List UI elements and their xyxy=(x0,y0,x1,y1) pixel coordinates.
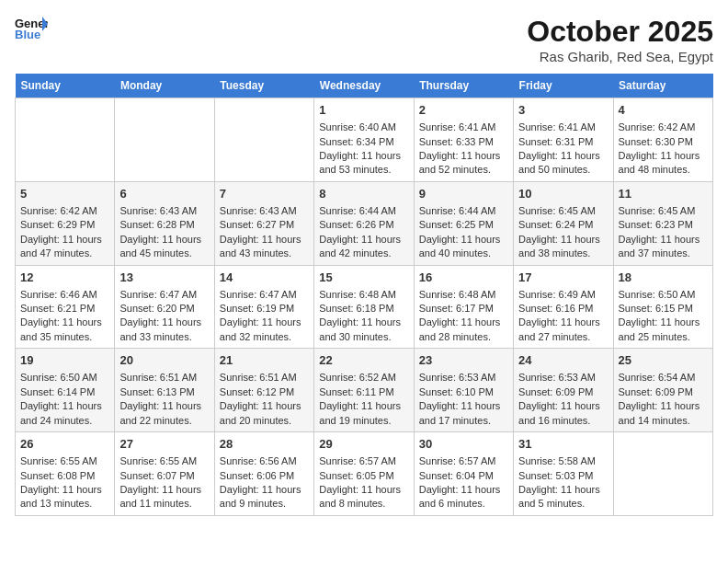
calendar-week-1: 1Sunrise: 6:40 AMSunset: 6:34 PMDaylight… xyxy=(16,98,713,182)
day-info-line: Daylight: 11 hours xyxy=(20,399,109,413)
day-info-line: and 8 minutes. xyxy=(319,497,408,511)
day-info-line: Daylight: 11 hours xyxy=(619,316,708,329)
weekday-header-tuesday: Tuesday xyxy=(214,74,313,98)
day-info-line: Daylight: 11 hours xyxy=(20,233,109,247)
day-info-line: Daylight: 11 hours xyxy=(20,316,109,329)
day-number: 13 xyxy=(119,270,209,286)
day-info-line: Sunrise: 6:47 AM xyxy=(119,288,209,302)
day-number: 9 xyxy=(419,186,508,202)
day-info-line: Sunrise: 6:50 AM xyxy=(20,371,109,385)
day-info-line: Daylight: 11 hours xyxy=(220,316,309,329)
calendar-week-5: 26Sunrise: 6:55 AMSunset: 6:08 PMDayligh… xyxy=(16,432,713,516)
day-info-line: Daylight: 11 hours xyxy=(518,399,608,413)
day-info-line: Sunrise: 6:42 AM xyxy=(20,204,109,218)
day-number: 26 xyxy=(20,436,109,453)
calendar-cell: 18Sunrise: 6:50 AMSunset: 6:15 PMDayligh… xyxy=(613,265,712,349)
calendar-cell: 13Sunrise: 6:47 AMSunset: 6:20 PMDayligh… xyxy=(115,265,214,349)
day-info-line: and 40 minutes. xyxy=(419,247,508,260)
day-info-line: Sunrise: 6:44 AM xyxy=(419,204,508,218)
calendar-table: SundayMondayTuesdayWednesdayThursdayFrid… xyxy=(15,74,713,516)
day-info-line: Sunset: 6:27 PM xyxy=(220,218,309,232)
day-info-line: Sunset: 6:12 PM xyxy=(220,385,309,399)
day-number: 5 xyxy=(20,186,109,202)
calendar-week-4: 19Sunrise: 6:50 AMSunset: 6:14 PMDayligh… xyxy=(16,349,713,432)
day-info-line: and 53 minutes. xyxy=(319,163,408,177)
logo-icon: General Blue xyxy=(15,15,48,40)
day-number: 11 xyxy=(619,186,708,202)
day-info-line: and 52 minutes. xyxy=(419,163,508,177)
day-info-line: Daylight: 11 hours xyxy=(319,149,408,163)
calendar-cell: 20Sunrise: 6:51 AMSunset: 6:13 PMDayligh… xyxy=(115,349,214,432)
calendar-cell: 30Sunrise: 6:57 AMSunset: 6:04 PMDayligh… xyxy=(414,432,513,516)
day-info-line: Sunrise: 6:45 AM xyxy=(518,204,608,218)
day-info-line: Sunset: 6:14 PM xyxy=(20,385,109,399)
day-info-line: Daylight: 11 hours xyxy=(319,399,408,413)
day-info-line: Daylight: 11 hours xyxy=(20,483,109,497)
day-info-line: Sunrise: 6:53 AM xyxy=(518,371,608,385)
day-info-line: Sunrise: 6:41 AM xyxy=(419,121,508,134)
day-info-line: Sunset: 6:33 PM xyxy=(419,135,508,149)
day-info-line: Daylight: 11 hours xyxy=(619,149,708,163)
calendar-cell: 14Sunrise: 6:47 AMSunset: 6:19 PMDayligh… xyxy=(214,265,313,349)
calendar-cell: 3Sunrise: 6:41 AMSunset: 6:31 PMDaylight… xyxy=(514,98,613,182)
day-info-line: and 9 minutes. xyxy=(220,497,309,511)
calendar-cell: 1Sunrise: 6:40 AMSunset: 6:34 PMDaylight… xyxy=(314,98,414,182)
day-info-line: Sunrise: 6:44 AM xyxy=(319,204,408,218)
day-info-line: Sunset: 6:13 PM xyxy=(119,385,209,399)
day-info-line: Daylight: 11 hours xyxy=(319,316,408,329)
day-info-line: Daylight: 11 hours xyxy=(518,233,608,247)
day-number: 18 xyxy=(619,270,708,286)
day-info-line: and 25 minutes. xyxy=(619,330,708,344)
day-number: 16 xyxy=(419,270,508,286)
calendar-cell: 11Sunrise: 6:45 AMSunset: 6:23 PMDayligh… xyxy=(613,181,712,265)
day-number: 17 xyxy=(518,270,608,286)
day-info-line: and 14 minutes. xyxy=(619,414,708,428)
day-info-line: Sunset: 5:03 PM xyxy=(518,469,608,483)
day-info-line: Daylight: 11 hours xyxy=(419,399,508,413)
day-info-line: Sunrise: 6:49 AM xyxy=(518,288,608,302)
day-info-line: Sunrise: 6:48 AM xyxy=(419,288,508,302)
day-info-line: Daylight: 11 hours xyxy=(119,233,209,247)
weekday-header-wednesday: Wednesday xyxy=(314,74,414,98)
weekday-header-sunday: Sunday xyxy=(16,74,115,98)
month-title: October 2025 xyxy=(527,15,713,49)
weekday-header-friday: Friday xyxy=(514,74,613,98)
day-number: 29 xyxy=(319,436,408,453)
day-number: 31 xyxy=(518,436,608,453)
day-info-line: and 50 minutes. xyxy=(518,163,608,177)
day-info-line: Daylight: 11 hours xyxy=(220,399,309,413)
calendar-cell: 4Sunrise: 6:42 AMSunset: 6:30 PMDaylight… xyxy=(613,98,712,182)
day-info-line: Sunset: 6:29 PM xyxy=(20,218,109,232)
day-number: 22 xyxy=(319,352,408,369)
calendar-cell: 19Sunrise: 6:50 AMSunset: 6:14 PMDayligh… xyxy=(16,349,115,432)
day-info-line: Sunset: 6:23 PM xyxy=(619,218,708,232)
day-info-line: Sunrise: 6:45 AM xyxy=(619,204,708,218)
day-number: 3 xyxy=(518,102,608,119)
day-number: 7 xyxy=(220,186,309,202)
day-number: 21 xyxy=(220,352,309,369)
calendar-cell: 9Sunrise: 6:44 AMSunset: 6:25 PMDaylight… xyxy=(414,181,513,265)
day-number: 10 xyxy=(518,186,608,202)
page-header: General Blue October 2025 Ras Gharib, Re… xyxy=(15,15,713,64)
day-info-line: Sunset: 6:31 PM xyxy=(518,135,608,149)
day-info-line: Sunset: 6:18 PM xyxy=(319,302,408,316)
day-number: 2 xyxy=(419,102,508,119)
day-info-line: Sunset: 6:07 PM xyxy=(119,469,209,483)
day-info-line: Sunrise: 6:42 AM xyxy=(619,121,708,134)
calendar-cell xyxy=(613,432,712,516)
calendar-cell xyxy=(16,98,115,182)
day-info-line: and 20 minutes. xyxy=(220,414,309,428)
day-info-line: and 11 minutes. xyxy=(119,497,209,511)
day-info-line: and 22 minutes. xyxy=(119,414,209,428)
day-info-line: Sunrise: 6:55 AM xyxy=(119,454,209,468)
calendar-cell xyxy=(214,98,313,182)
day-info-line: Daylight: 11 hours xyxy=(220,233,309,247)
day-info-line: Daylight: 11 hours xyxy=(119,316,209,329)
day-info-line: Sunset: 6:24 PM xyxy=(518,218,608,232)
day-info-line: Daylight: 11 hours xyxy=(319,483,408,497)
day-info-line: Sunset: 6:25 PM xyxy=(419,218,508,232)
day-info-line: Daylight: 11 hours xyxy=(419,233,508,247)
day-info-line: Sunrise: 6:41 AM xyxy=(518,121,608,134)
weekday-header-thursday: Thursday xyxy=(414,74,513,98)
day-info-line: Sunrise: 6:57 AM xyxy=(319,454,408,468)
